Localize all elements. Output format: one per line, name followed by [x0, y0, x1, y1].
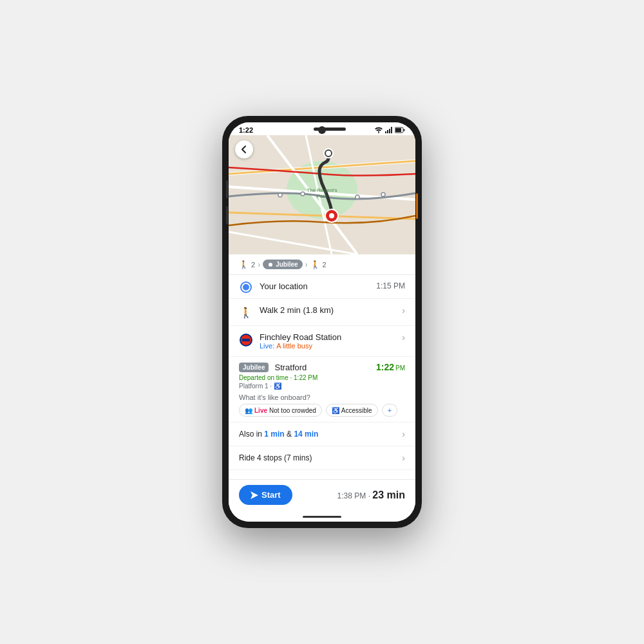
train-detail-card: Jubilee Stratford 1:22 PM Departed on ti… — [229, 357, 415, 422]
walk-count-1: 2 — [251, 261, 255, 269]
onboard-question: What it's like onboard? — [239, 393, 405, 401]
walk-segment-label: Walk 2 min (1.8 km) — [260, 305, 395, 315]
map-area: The Regent's Park — [229, 135, 415, 254]
chevron-1: › — [258, 260, 260, 269]
arrival-time: 1:38 PM · 23 min — [337, 491, 405, 500]
back-button[interactable] — [235, 140, 253, 158]
svg-rect-4 — [391, 127, 392, 133]
walk-chevron-icon: › — [402, 305, 405, 316]
walk-segment-content: Walk 2 min (1.8 km) — [260, 305, 395, 315]
home-indicator — [229, 511, 415, 522]
volume-down-button — [226, 206, 228, 224]
also-in-time1: 1 min — [264, 430, 284, 439]
accessible-icon: ♿ — [274, 383, 281, 390]
platform-label: Platform 1 · — [239, 383, 272, 390]
jubilee-badge-label: Jubilee — [276, 261, 298, 268]
people-icon: 👥 — [245, 407, 252, 414]
also-in-text: Also in 1 min & 14 min — [239, 430, 318, 439]
svg-point-19 — [326, 151, 331, 156]
ride-stops-label: Ride 4 stops (7 mins) — [239, 453, 312, 462]
svg-text:Park: Park — [317, 193, 328, 199]
location-dot-icon — [239, 283, 253, 292]
svg-marker-28 — [251, 491, 258, 499]
accessible-chip-icon: ♿ — [332, 407, 339, 414]
bottom-bar: Start 1:38 PM · 23 min — [229, 479, 415, 511]
finchley-station-content: Finchley Road Station Live: A little bus… — [260, 332, 395, 350]
svg-rect-6 — [404, 129, 405, 131]
start-button[interactable]: Start — [239, 485, 292, 505]
svg-point-26 — [355, 195, 359, 199]
train-departure-time: 1:22 — [376, 362, 394, 372]
also-in-prefix: Also in — [239, 430, 264, 439]
onboard-chips-row: 👥 Live Not too crowded ♿ Accessible + — [239, 404, 405, 417]
jubilee-route-badge: Jubilee — [263, 260, 302, 269]
live-chip-label: Live — [254, 407, 267, 414]
plus-icon: + — [388, 406, 392, 414]
route-summary-bar: 🚶 2 › Jubilee › 🚶 2 — [229, 254, 415, 275]
content-area[interactable]: Your location 1:15 PM 🚶 Walk 2 min (1.8 … — [229, 275, 415, 479]
chevron-2: › — [305, 260, 308, 269]
platform-info: Platform 1 · ♿ — [239, 383, 405, 390]
volume-up-button — [226, 180, 228, 198]
jubilee-line-badge: Jubilee — [239, 363, 269, 372]
wifi-icon — [374, 127, 383, 133]
phone-speaker — [314, 128, 346, 131]
svg-point-24 — [278, 193, 282, 197]
arrival-time-value: 1:38 PM · — [337, 491, 370, 500]
finchley-live-prefix: Live: — [260, 342, 274, 350]
finchley-chevron-icon: › — [402, 332, 405, 343]
finchley-station-label: Finchley Road Station — [260, 332, 395, 342]
walk-icon-2: 🚶 — [310, 260, 320, 269]
signal-icon — [385, 127, 393, 133]
more-chip[interactable]: + — [382, 404, 397, 417]
arrival-info: 1:38 PM · 23 min — [337, 489, 405, 501]
svg-rect-7 — [395, 128, 401, 132]
power-button — [416, 193, 418, 219]
departed-on-time-label: Departed on time · 1:22 PM — [239, 374, 317, 381]
walk-segment-icon: 🚶 — [239, 307, 253, 319]
start-button-label: Start — [261, 490, 281, 500]
svg-point-0 — [378, 132, 379, 133]
train-departure-pm: PM — [395, 365, 405, 372]
your-location-label: Your location — [260, 281, 370, 291]
finchley-live-status: A little busy — [276, 342, 312, 350]
train-destination-label: Stratford — [274, 363, 307, 372]
phone-device: 1:22 — [222, 116, 422, 528]
accessible-chip[interactable]: ♿ Accessible — [326, 404, 378, 417]
svg-rect-3 — [389, 129, 390, 133]
status-time: 1:22 — [239, 126, 253, 134]
svg-rect-1 — [385, 131, 386, 133]
accessible-chip-text: Accessible — [341, 407, 372, 414]
your-location-content: Your location — [260, 281, 370, 291]
ride-stops-row[interactable]: Ride 4 stops (7 mins) › — [229, 446, 415, 470]
also-in-row[interactable]: Also in 1 min & 14 min › — [229, 422, 415, 446]
your-location-row: Your location 1:15 PM — [229, 275, 415, 299]
also-in-time2: 14 min — [294, 430, 318, 439]
your-location-time: 1:15 PM — [376, 281, 405, 290]
live-crowded-chip[interactable]: 👥 Live Not too crowded — [239, 404, 322, 417]
walk-count-2: 2 — [323, 261, 327, 269]
status-icons — [374, 127, 405, 133]
battery-icon — [395, 127, 405, 133]
svg-rect-2 — [387, 130, 388, 133]
also-in-sep: & — [285, 430, 294, 439]
train-departed-info: Departed on time · 1:22 PM — [239, 374, 405, 381]
svg-point-27 — [381, 193, 385, 196]
svg-point-21 — [329, 213, 334, 218]
tfl-station-icon — [239, 334, 253, 346]
svg-point-25 — [301, 192, 305, 196]
phone-screen: 1:22 — [229, 122, 415, 522]
trip-duration: 23 min — [372, 489, 405, 500]
walk-icon-1: 🚶 — [239, 260, 249, 269]
navigation-icon — [251, 491, 258, 499]
home-bar — [303, 516, 341, 518]
also-in-chevron-icon: › — [402, 429, 405, 439]
ride-stops-chevron-icon: › — [402, 453, 405, 463]
walking-icon: 🚶 — [240, 307, 252, 319]
jubilee-circle-icon — [267, 261, 274, 268]
crowded-chip-text: Not too crowded — [269, 407, 316, 414]
walk-segment-row[interactable]: 🚶 Walk 2 min (1.8 km) › — [229, 299, 415, 326]
svg-text:The Regent's: The Regent's — [307, 187, 337, 193]
finchley-station-row[interactable]: Finchley Road Station Live: A little bus… — [229, 326, 415, 357]
